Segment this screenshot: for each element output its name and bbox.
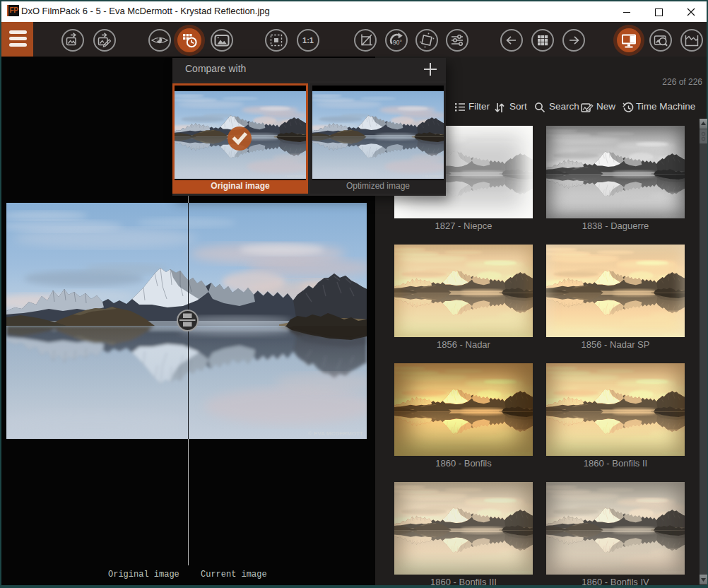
svg-text:90°: 90° [393, 39, 402, 46]
